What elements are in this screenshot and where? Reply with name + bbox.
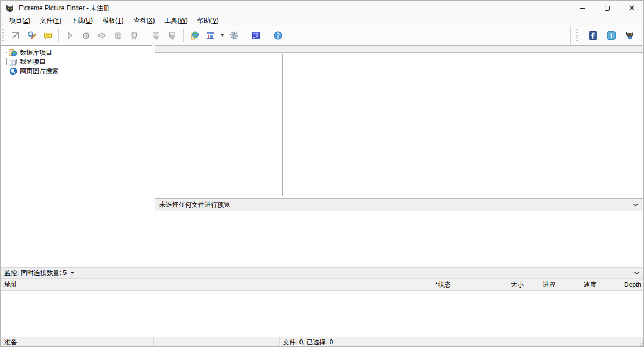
- twitter-icon: t: [607, 31, 616, 40]
- help-button[interactable]: ?: [270, 28, 286, 42]
- view-layout-icon: [206, 31, 215, 40]
- menu-bar: 项目Z 文件Y 下载U 模板T 查看X 工具W 帮助V: [0, 16, 644, 26]
- stop-download-icon: [129, 31, 139, 40]
- help-icon: ?: [273, 31, 283, 40]
- menu-file[interactable]: 文件Y: [35, 16, 66, 26]
- downloads-table-header: 地址 *状态 大小 进程 速度 Depth: [0, 279, 644, 291]
- dropdown-caret-icon: [221, 34, 224, 37]
- pause-download-button[interactable]: [110, 28, 126, 42]
- toolbar-separator: [183, 29, 184, 42]
- column-header-address[interactable]: 地址: [0, 279, 429, 290]
- sidebar-item-database-projects[interactable]: 数据库项目: [1, 48, 152, 57]
- status-bar: 准备 文件: 0, 已选择: 0: [0, 337, 644, 347]
- status-right-cell: [567, 337, 644, 347]
- database-projects-icon: [9, 49, 17, 57]
- sidebar-item-label: 数据库项目: [20, 48, 52, 57]
- view-layout-button[interactable]: [202, 28, 218, 42]
- preview-panel: [155, 212, 643, 265]
- column-header-size[interactable]: 大小: [491, 279, 531, 290]
- download-images-icon: [167, 31, 177, 40]
- app-logo-icon: [5, 4, 14, 13]
- facebook-icon: [589, 31, 597, 40]
- start-download-icon: [65, 31, 75, 40]
- maximize-button[interactable]: [595, 0, 619, 16]
- menu-template[interactable]: 模板T: [98, 16, 128, 26]
- start-download-button[interactable]: [62, 28, 78, 42]
- download-queue-icon: [151, 31, 161, 40]
- mascot-icon: [625, 31, 634, 40]
- column-header-status[interactable]: *状态: [429, 279, 491, 290]
- toolbar-separator: [58, 29, 59, 42]
- new-project-icon: [11, 31, 20, 40]
- chevron-down-icon[interactable]: [633, 203, 639, 207]
- close-icon: ✕: [628, 4, 635, 12]
- minimize-icon: [580, 8, 585, 9]
- resize-grip[interactable]: [637, 340, 643, 346]
- column-header-progress[interactable]: 进程: [531, 279, 567, 290]
- monitor-label: 监控. 同时连接数量: 5: [4, 269, 67, 278]
- project-tree-panel: 数据库项目 我的项目 网页图片搜索: [1, 45, 152, 265]
- menu-download[interactable]: 下载U: [66, 16, 98, 26]
- continue-download-button[interactable]: [94, 28, 110, 42]
- status-empty-cell: [154, 337, 279, 347]
- window-title: Extreme Picture Finder - 未注册: [19, 4, 109, 13]
- title-bar: Extreme Picture Finder - 未注册 ✕: [0, 0, 644, 16]
- menu-project[interactable]: 项目Z: [4, 16, 35, 26]
- download-images-button[interactable]: [164, 28, 180, 42]
- browser-icon: [189, 31, 199, 40]
- mascot-button[interactable]: [623, 28, 636, 42]
- stop-download-button[interactable]: [126, 28, 142, 42]
- my-projects-icon: [9, 58, 17, 66]
- restart-download-button[interactable]: [78, 28, 94, 42]
- toolbar-grip[interactable]: [576, 29, 578, 42]
- menu-tools[interactable]: 工具W: [159, 16, 192, 26]
- connections-caret-icon[interactable]: [70, 272, 75, 274]
- facebook-button[interactable]: [586, 28, 600, 42]
- options-button[interactable]: [226, 28, 242, 42]
- toolbar-separator: [145, 29, 145, 42]
- minimize-button[interactable]: [570, 0, 595, 16]
- monitor-bar[interactable]: 监控. 同时连接数量: 5: [0, 267, 644, 279]
- status-files-count: 文件: 0, 已选择: 0: [280, 337, 567, 347]
- folder-list-panel: [155, 54, 281, 196]
- toolbar-separator: [245, 29, 245, 42]
- status-state: 准备: [0, 337, 153, 347]
- download-queue-button[interactable]: [148, 28, 164, 42]
- browser-button[interactable]: [186, 28, 202, 42]
- chevron-down-icon[interactable]: [634, 271, 640, 275]
- web-image-search-icon: [9, 67, 17, 75]
- project-properties-icon: [27, 31, 36, 40]
- column-header-speed[interactable]: 速度: [567, 279, 613, 290]
- preview-placeholder-text: 未选择任何文件进行预览: [159, 200, 230, 209]
- menu-view[interactable]: 查看X: [128, 16, 159, 26]
- view-layout-dropdown[interactable]: [218, 28, 226, 42]
- pause-download-icon: [113, 31, 123, 40]
- downloads-table-body: [0, 291, 644, 337]
- svg-text:t: t: [610, 32, 612, 39]
- image-gallery-icon: [251, 31, 261, 40]
- menu-help[interactable]: 帮助V: [193, 16, 224, 26]
- file-list-panel: [282, 54, 643, 196]
- file-list-header-strip: [155, 45, 643, 53]
- preview-header-bar[interactable]: 未选择任何文件进行预览: [155, 198, 643, 211]
- new-project-button[interactable]: [8, 28, 24, 42]
- options-gear-icon: [229, 31, 239, 40]
- column-header-depth[interactable]: Depth: [613, 279, 644, 290]
- twitter-button[interactable]: t: [604, 28, 618, 42]
- comments-button[interactable]: [40, 28, 56, 42]
- restart-download-icon: [81, 31, 91, 40]
- sidebar-item-my-projects[interactable]: 我的项目: [1, 57, 152, 67]
- svg-text:?: ?: [276, 32, 280, 38]
- continue-download-icon: [97, 31, 107, 40]
- toolbar-social-group: t: [570, 26, 644, 45]
- close-button[interactable]: ✕: [619, 0, 644, 16]
- toolbar-grip[interactable]: [2, 29, 4, 42]
- gallery-button[interactable]: [248, 28, 264, 42]
- toolbar-separator: [267, 29, 267, 42]
- project-properties-button[interactable]: [24, 28, 40, 42]
- sidebar-item-label: 网页图片搜索: [20, 67, 58, 76]
- sidebar-item-label: 我的项目: [20, 57, 46, 67]
- comments-icon: [43, 31, 53, 40]
- sidebar-item-web-image-search[interactable]: 网页图片搜索: [1, 67, 152, 76]
- maximize-icon: [605, 6, 610, 11]
